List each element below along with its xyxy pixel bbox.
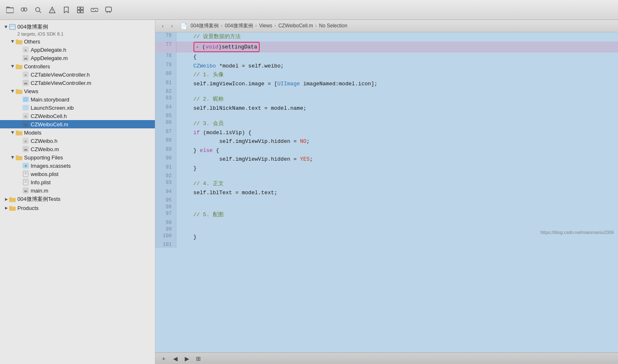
grid-icon[interactable] [75,4,86,16]
tree-item-czweibo_h[interactable]: ▶hCZWeibo.h [0,137,155,145]
tree-item-info_plist[interactable]: ▶Info.plist [0,178,155,186]
file-icon: h [22,113,29,119]
tree-item-controllers[interactable]: ▶Controllers [0,62,155,70]
tree-arrow[interactable]: ▶ [3,24,9,30]
svg-text:m: m [24,123,27,127]
file-icon [16,88,22,94]
search-icon[interactable] [32,4,44,16]
nav-back-button[interactable]: ‹ [159,22,167,30]
line-content: - (void)settingData [176,41,618,53]
tree-label: CZWeibo.h [31,138,58,144]
line-content: self.imgViewVip.hidden = YES; [176,155,618,164]
file-icon: m [22,121,29,128]
tree-label: Main.storyboard [31,96,69,103]
tree-arrow[interactable]: ▶ [3,205,9,211]
svg-text:h: h [25,115,27,118]
svg-rect-12 [106,7,111,12]
code-line: 95 [155,197,618,204]
file-icon: h [22,71,29,78]
breadcrumb: 004微博案例 › 004微博案例 › Views › CZWeiboCell.… [191,22,347,29]
nav-right-button[interactable]: ▶ [183,354,191,363]
tree-item-main_m[interactable]: ▶mmain.m [0,186,155,195]
tree-item-products[interactable]: ▶Products [0,204,155,212]
tree-arrow[interactable]: ▶ [10,88,16,94]
tree-item-weibos_plist[interactable]: ▶weibos.plist [0,170,155,178]
line-number: 90 [155,155,176,164]
tree-item-czweibocell_m[interactable]: ▶mCZWeiboCell.m [0,120,155,128]
code-line: 85 [155,113,618,119]
file-icon [9,196,16,202]
tree-item-others[interactable]: ▶Others [0,37,155,46]
breadcrumb-item[interactable]: No Selection [319,23,347,29]
tree-item-supporting[interactable]: ▶Supporting Files [0,153,155,162]
warning-icon[interactable] [46,4,58,16]
tree-arrow[interactable]: ▶ [10,154,16,160]
tree-item-appdelegate_m[interactable]: ▶mAppDelegate.m [0,54,155,62]
breadcrumb-item[interactable]: 004微博案例 [191,23,219,29]
svg-rect-28 [23,105,29,110]
tree-arrow[interactable]: ▶ [3,196,9,202]
bookmark-icon[interactable] [60,4,72,16]
nav-left-button[interactable]: ◀ [171,354,179,363]
line-number: 77 [155,41,176,53]
line-number: 83 [155,95,176,104]
message-icon[interactable] [103,4,114,16]
svg-text:m: m [24,189,27,193]
folder-icon[interactable] [4,4,16,16]
tree-item-images_xcassets[interactable]: ▶★Images.xcassets [0,162,155,170]
tree-item-main_storyboard[interactable]: ▶Main.storyboard [0,95,155,104]
svg-rect-10 [77,10,80,13]
svg-point-7 [52,11,53,12]
file-icon [16,154,22,161]
tree-item-models[interactable]: ▶Models [0,128,155,137]
code-line: 91 } [155,164,618,173]
line-number: 99 [155,226,176,233]
groups-icon[interactable] [18,4,30,16]
code-line: 87 if (model.isVip) { [155,128,618,137]
tree-arrow[interactable]: ▶ [10,63,16,69]
code-line: 88 self.imgViewVip.hidden = NO; [155,137,618,146]
tree-item-tests[interactable]: ▶004微博案例Tests [0,195,155,204]
line-number: 97 [155,210,176,219]
breadcrumb-item[interactable]: Views [259,23,272,29]
line-number: 81 [155,80,176,89]
link-icon[interactable] [89,4,100,16]
code-line: 81 self.imgViewIcon.image = [UIImage ima… [155,80,618,89]
tree-item-czweibo_m[interactable]: ▶mCZWeibo.m [0,145,155,153]
tree-label: Supporting Files [24,154,63,161]
line-number: 84 [155,104,176,113]
line-number: 80 [155,70,176,80]
tree-label: Others [24,39,40,45]
line-content: // 4. 正文 [176,179,618,188]
tree-label: CZWeiboCell.h [31,113,67,119]
tree-arrow[interactable]: ▶ [10,39,16,44]
tree-item-cztable_h[interactable]: ▶hCZTableViewController.h [0,70,155,79]
tree-label: CZTableViewController.h [31,72,90,78]
line-number: 98 [155,219,176,226]
svg-text:m: m [24,148,27,152]
nav-forward-button[interactable]: › [168,22,176,30]
tree-item-czweibocell_h[interactable]: ▶hCZWeiboCell.h [0,112,155,120]
tree-item-views[interactable]: ▶Views [0,87,155,95]
svg-rect-20 [16,65,22,69]
file-icon: h [22,137,29,144]
file-icon [22,179,29,186]
tree-label: Info.plist [31,179,51,186]
tree-item-appdelegate_h[interactable]: ▶hAppDelegate.h [0,46,155,54]
breadcrumb-item[interactable]: CZWeiboCell.m [278,23,313,29]
line-content: self.lblNickName.text = model.name; [176,104,618,113]
line-number: 79 [155,62,176,71]
file-icon [9,205,16,211]
add-button[interactable]: + [159,354,168,363]
svg-rect-9 [81,7,83,10]
svg-rect-50 [9,207,16,211]
svg-text:h: h [25,140,27,143]
line-content [176,219,618,226]
grid-bottom-button[interactable]: ⊞ [194,354,203,363]
code-editor[interactable]: 76 // 设置数据的方法77 - (void)settingData78 {7… [155,32,618,352]
tree-item-launch_xib[interactable]: ▶LaunchScreen.xib [0,104,155,112]
tree-item-root[interactable]: ▶004微博案例 [0,20,155,31]
tree-arrow[interactable]: ▶ [10,130,16,135]
breadcrumb-item[interactable]: 004微博案例 [225,23,253,29]
tree-item-cztable_m[interactable]: ▶mCZTableViewController.m [0,79,155,87]
